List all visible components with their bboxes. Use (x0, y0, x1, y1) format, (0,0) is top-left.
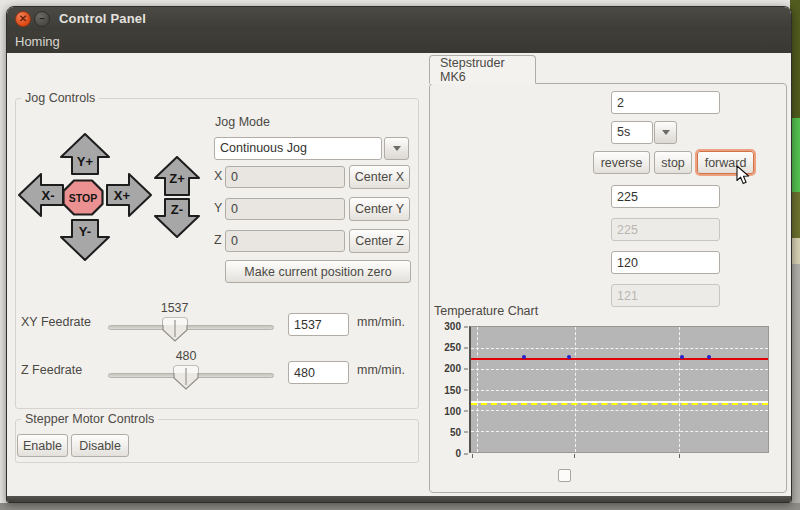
center-z-button[interactable]: Center Z (349, 229, 410, 253)
chart-x-tick (574, 454, 575, 458)
current-temp-field (611, 218, 720, 241)
z-feedrate-slider[interactable]: 480 (108, 373, 274, 378)
extrude-duration-value: 5s (617, 125, 630, 139)
xy-feedrate-unit: mm/min. (357, 315, 405, 329)
jog-stop-label: STOP (69, 192, 97, 204)
jog-z-minus-label: Z- (171, 202, 183, 217)
temperature-chart-plot (469, 326, 769, 453)
extrude-duration-select[interactable]: 5s (611, 121, 653, 144)
make-position-zero-button[interactable]: Make current position zero (225, 260, 411, 283)
minimize-button[interactable]: – (34, 11, 50, 27)
jog-y-minus-label: Y- (79, 224, 91, 239)
jog-mode-dropdown-button[interactable] (384, 137, 409, 160)
xy-feedrate-label: XY Feedrate (21, 315, 91, 329)
chart-v-gridline (679, 327, 680, 452)
chart-x-tick (679, 454, 680, 458)
platform-current-temp-field (611, 284, 720, 307)
chevron-down-icon (662, 130, 670, 135)
jog-mode-label: Jog Mode (215, 115, 270, 129)
target-temp-field[interactable] (611, 185, 720, 208)
jog-x-minus-button[interactable]: X- (18, 173, 64, 217)
chart-ytick-label: 150 (444, 384, 461, 395)
temperature-chart-x-ticks (469, 454, 769, 459)
jog-y-plus-button[interactable]: Y+ (60, 133, 110, 175)
jog-x-minus-label: X- (42, 188, 55, 203)
xy-feedrate-slider-thumb[interactable] (162, 317, 188, 342)
z-feedrate-unit: mm/min. (357, 363, 405, 377)
z-feedrate-slider-value: 480 (176, 349, 197, 363)
window-bottom-edge (7, 496, 791, 502)
chart-series-line (471, 403, 768, 405)
window-content: Jog Controls Y+ X- STOP X+ (7, 53, 791, 498)
tab-stepstruder-mk6[interactable]: Stepstruder MK6 (429, 55, 536, 84)
chart-h-gridline (471, 390, 768, 391)
platform-target-temp-field[interactable] (611, 251, 720, 274)
chart-h-gridline (471, 348, 768, 349)
motor-speed-field[interactable] (611, 91, 720, 114)
chart-h-gridline (471, 431, 768, 432)
jog-y-minus-button[interactable]: Y- (60, 219, 110, 261)
chart-ytick-label: 300 (444, 321, 461, 332)
jog-controls-group-label: Jog Controls (21, 91, 99, 105)
jog-z-plus-button[interactable]: Z+ (154, 156, 200, 196)
chart-ytick-label: 50 (450, 426, 461, 437)
chart-data-point (707, 355, 711, 359)
chart-ytick-label: 100 (444, 405, 461, 416)
close-icon: ✕ (19, 14, 27, 24)
motor-stop-button[interactable]: stop (654, 151, 692, 174)
chart-data-point (522, 355, 526, 359)
xy-feedrate-field[interactable] (288, 313, 349, 336)
chart-v-gridline (575, 327, 576, 452)
menu-homing[interactable]: Homing (15, 34, 60, 49)
axis-z-field[interactable] (225, 230, 345, 252)
extrude-duration-dropdown-button[interactable] (654, 121, 677, 144)
z-feedrate-label: Z Feedrate (21, 363, 82, 377)
jog-stop-button[interactable]: STOP (62, 179, 104, 216)
jog-mode-select[interactable]: Continuous Jog (214, 137, 382, 160)
z-feedrate-slider-thumb[interactable] (173, 365, 199, 390)
chart-ytick-label: 250 (444, 342, 461, 353)
axis-z-label: Z (214, 233, 222, 247)
mouse-cursor (736, 165, 750, 189)
minimize-icon: – (39, 14, 45, 24)
stepper-motor-group-label: Stepper Motor Controls (21, 412, 158, 426)
close-button[interactable]: ✕ (15, 11, 31, 27)
cooling-fan-checkbox[interactable] (558, 469, 571, 482)
menubar: Homing (7, 31, 791, 53)
desktop-wallpaper (0, 503, 800, 510)
titlebar: ✕ – Control Panel (7, 7, 791, 31)
chart-ytick-label: 200 (444, 363, 461, 374)
jog-mode-value: Continuous Jog (220, 141, 307, 155)
axis-y-field[interactable] (225, 198, 345, 220)
chart-ytick-label: 0 (455, 448, 461, 459)
chart-data-point (567, 355, 571, 359)
xy-feedrate-slider[interactable]: 1537 (108, 325, 274, 330)
temperature-chart-label: Temperature Chart (434, 304, 538, 318)
center-x-button[interactable]: Center X (349, 165, 410, 189)
jog-y-plus-label: Y+ (77, 154, 94, 169)
xy-feedrate-slider-value: 1537 (161, 301, 189, 315)
motor-reverse-button[interactable]: reverse (593, 151, 650, 174)
temperature-chart-y-axis: 050100150200250300 (427, 326, 469, 453)
center-y-button[interactable]: Center Y (349, 197, 410, 221)
chart-h-gridline (471, 369, 768, 370)
stepper-enable-button[interactable]: Enable (17, 434, 68, 457)
jog-x-plus-button[interactable]: X+ (106, 173, 152, 217)
axis-x-field[interactable] (225, 166, 345, 188)
window-title: Control Panel (59, 11, 146, 26)
chart-series-line (471, 358, 768, 360)
stepper-disable-button[interactable]: Disable (71, 434, 129, 457)
chart-x-tick (472, 454, 473, 458)
chevron-down-icon (393, 146, 401, 151)
chart-h-gridline (471, 410, 768, 411)
control-panel-window: ✕ – Control Panel Homing Jog Controls Y+… (6, 6, 792, 503)
axis-y-label: Y (214, 201, 222, 215)
chart-v-gridline (477, 327, 478, 452)
jog-z-minus-button[interactable]: Z- (154, 198, 200, 238)
chart-data-point (680, 355, 684, 359)
jog-z-plus-label: Z+ (169, 171, 185, 186)
jog-x-plus-label: X+ (114, 188, 131, 203)
z-feedrate-field[interactable] (288, 361, 349, 384)
axis-x-label: X (214, 169, 222, 183)
